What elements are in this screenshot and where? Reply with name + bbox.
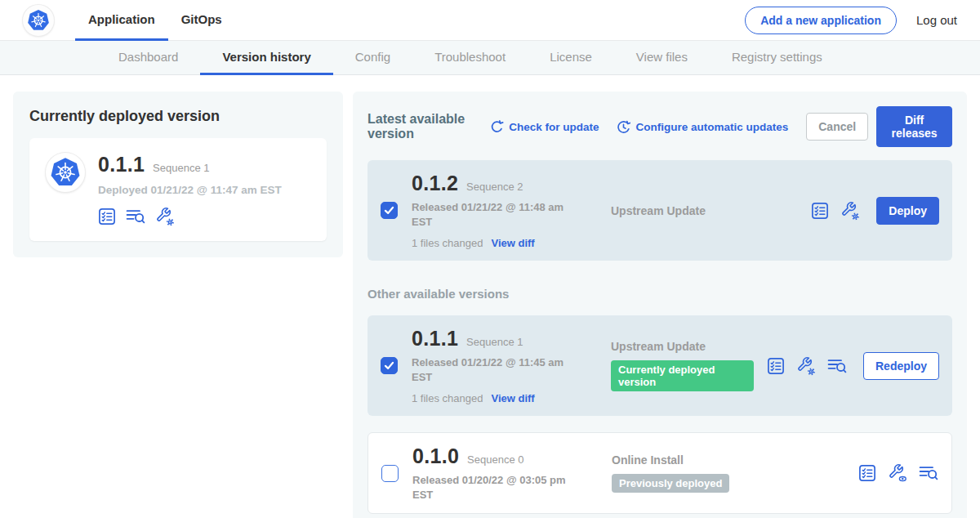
released-timestamp: Released 01/20/22 @ 03:05 pm EST <box>412 473 569 502</box>
version-number: 0.1.2 <box>412 172 458 195</box>
clock-refresh-icon <box>617 120 630 134</box>
edit-config-icon[interactable] <box>796 356 816 376</box>
sequence-label: Sequence 0 <box>467 453 523 466</box>
preflight-checks-icon[interactable] <box>767 357 785 375</box>
version-number: 0.1.1 <box>412 327 458 351</box>
version-source-label: Online Install <box>612 453 845 467</box>
tab-application[interactable]: Application <box>75 0 168 41</box>
currently-deployed-badge: Currently deployed version <box>611 360 754 391</box>
deployed-sequence-label: Sequence 1 <box>153 162 209 174</box>
version-number: 0.1.0 <box>412 444 459 468</box>
version-checkbox[interactable] <box>381 357 398 374</box>
redeploy-button[interactable]: Redeploy <box>863 352 939 380</box>
sequence-label: Sequence 2 <box>466 181 523 193</box>
deploy-button[interactable]: Deploy <box>876 197 939 225</box>
released-timestamp: Released 01/21/22 @ 11:48 am EST <box>412 200 568 229</box>
previously-deployed-badge: Previously deployed <box>612 474 729 493</box>
deployed-version-number: 0.1.1 <box>98 153 145 176</box>
currently-deployed-panel: Currently deployed version 0.1.1 Sequenc… <box>13 92 343 257</box>
preflight-checks-icon[interactable] <box>98 208 116 226</box>
preflight-checks-icon[interactable] <box>858 464 876 482</box>
kubernetes-logo-icon <box>23 5 54 36</box>
view-logs-icon[interactable] <box>126 208 145 226</box>
top-tabs: Application GitOps <box>75 0 235 40</box>
subnav-item-registry-settings[interactable]: Registry settings <box>710 41 844 75</box>
sequence-label: Sequence 1 <box>466 336 523 348</box>
deployed-version-card: 0.1.1 Sequence 1 Deployed 01/21/22 @ 11:… <box>29 138 327 241</box>
view-config-icon[interactable] <box>888 463 907 483</box>
subnav-item-license[interactable]: License <box>528 41 614 75</box>
other-versions-title: Other available versions <box>368 287 952 301</box>
latest-available-title: Latest available version <box>368 112 479 141</box>
version-checkbox[interactable] <box>381 202 398 219</box>
version-row-0-1-2: 0.1.2 Sequence 2 Released 01/21/22 @ 11:… <box>368 160 952 261</box>
view-logs-icon[interactable] <box>919 464 938 482</box>
deployed-timestamp: Deployed 01/21/22 @ 11:47 am EST <box>98 184 282 196</box>
configure-automatic-updates-link[interactable]: Configure automatic updates <box>617 120 788 134</box>
currently-deployed-title: Currently deployed version <box>29 108 327 125</box>
tab-gitops[interactable]: GitOps <box>168 0 235 41</box>
subnav-item-view-files[interactable]: View files <box>614 41 710 75</box>
kubernetes-app-icon <box>46 153 85 192</box>
top-nav: Application GitOps Add a new application… <box>0 0 980 41</box>
logout-button[interactable]: Log out <box>916 13 957 27</box>
checkmark-icon <box>383 204 395 217</box>
view-diff-link[interactable]: View diff <box>491 237 534 249</box>
diff-releases-button[interactable]: Diff releases <box>876 106 952 147</box>
subnav-item-config[interactable]: Config <box>333 41 412 75</box>
files-changed-label: 1 files changed <box>412 392 483 404</box>
preflight-checks-icon[interactable] <box>811 202 829 220</box>
version-source-label: Upstream Update <box>611 340 754 353</box>
check-for-update-link[interactable]: Check for update <box>490 120 599 134</box>
version-history-panel: Latest available version Check for updat… <box>353 92 967 518</box>
version-source-label: Upstream Update <box>611 204 798 217</box>
edit-config-icon[interactable] <box>840 201 860 221</box>
files-changed-label: 1 files changed <box>412 237 483 249</box>
subnav-item-troubleshoot[interactable]: Troubleshoot <box>412 41 528 75</box>
refresh-icon <box>490 120 504 134</box>
subnav-item-dashboard[interactable]: Dashboard <box>96 41 200 75</box>
view-logs-icon[interactable] <box>827 357 847 375</box>
version-row-0-1-1: 0.1.1 Sequence 1 Released 01/21/22 @ 11:… <box>368 315 952 416</box>
version-row-0-1-0: 0.1.0 Sequence 0 Released 01/20/22 @ 03:… <box>368 432 952 514</box>
cancel-button[interactable]: Cancel <box>806 113 868 141</box>
subnav-item-version-history[interactable]: Version history <box>200 41 332 75</box>
edit-config-icon[interactable] <box>155 207 175 226</box>
add-application-button[interactable]: Add a new application <box>745 7 897 34</box>
version-checkbox[interactable] <box>381 465 399 482</box>
released-timestamp: Released 01/21/22 @ 11:45 am EST <box>412 355 568 384</box>
app-sub-nav: Dashboard Version history Config Trouble… <box>0 41 980 75</box>
view-diff-link[interactable]: View diff <box>491 392 534 404</box>
checkmark-icon <box>383 359 395 372</box>
